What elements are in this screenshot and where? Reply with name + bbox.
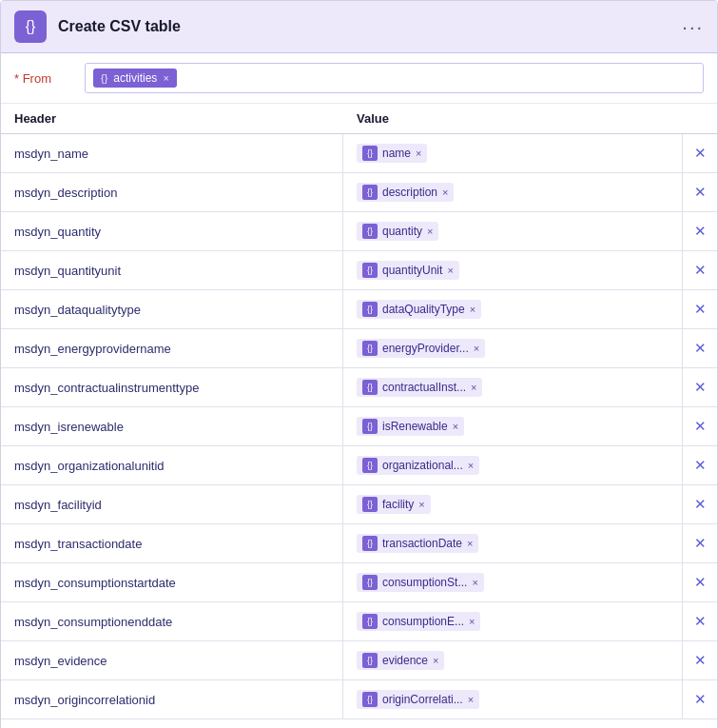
- chip-icon: {}: [362, 536, 378, 551]
- table-row: msdyn_isrenewable{}isRenewable×✕: [1, 407, 717, 446]
- delete-icon: ✕: [694, 457, 707, 474]
- delete-icon: ✕: [694, 652, 707, 669]
- header-cell-text: msdyn_transactiondate: [14, 537, 142, 551]
- more-options-button[interactable]: ···: [682, 16, 704, 38]
- header-cell: msdyn_description: [1, 173, 343, 211]
- table-row: msdyn_origincorrelationid{}originCorrela…: [1, 680, 717, 719]
- table-body: msdyn_name{}name×✕msdyn_description{}des…: [1, 134, 717, 719]
- delete-icon: ✕: [694, 691, 707, 708]
- delete-row-button[interactable]: ✕: [683, 332, 717, 364]
- delete-row-button[interactable]: ✕: [683, 293, 717, 325]
- header-cell: msdyn_energyprovidername: [1, 329, 343, 367]
- chip-close-button[interactable]: ×: [433, 655, 438, 666]
- delete-row-button[interactable]: ✕: [683, 137, 717, 169]
- page-title: Create CSV table: [58, 18, 181, 35]
- delete-icon: ✕: [694, 418, 707, 435]
- tag-icon: {}: [101, 72, 107, 84]
- delete-icon: ✕: [694, 301, 707, 318]
- table-row: msdyn_facilityid{}facility×✕: [1, 485, 717, 524]
- header-cell: msdyn_consumptionstartdate: [1, 563, 343, 601]
- header-cell-text: msdyn_evidence: [14, 654, 107, 668]
- chip-text: originCorrelati...: [382, 693, 463, 706]
- tag-close-button[interactable]: ×: [163, 72, 168, 84]
- table-header-row: Header Value: [1, 104, 717, 134]
- header-cell: msdyn_origincorrelationid: [1, 680, 343, 718]
- chip-text: energyProvider...: [382, 342, 469, 355]
- chip-close-button[interactable]: ×: [474, 343, 479, 354]
- delete-row-button[interactable]: ✕: [683, 527, 717, 560]
- value-cell: {}name×: [343, 134, 683, 172]
- header-cell: msdyn_evidence: [1, 641, 343, 679]
- chip-icon: {}: [362, 653, 378, 668]
- table-row: msdyn_quantity{}quantity×✕: [1, 212, 717, 251]
- table-row: msdyn_description{}description×✕: [1, 173, 717, 212]
- header-cell: msdyn_name: [1, 134, 343, 172]
- value-cell: {}consumptionE...×: [343, 602, 683, 640]
- from-label: * From: [14, 71, 71, 86]
- tag-text: activities: [113, 71, 157, 85]
- chip-text: quantityUnit: [382, 264, 442, 277]
- delete-row-button[interactable]: ✕: [683, 215, 717, 247]
- chip-text: contractualInst...: [382, 381, 466, 394]
- delete-row-button[interactable]: ✕: [683, 449, 717, 482]
- empty-row: [1, 719, 717, 728]
- delete-row-button[interactable]: ✕: [683, 605, 717, 638]
- delete-row-button[interactable]: ✕: [683, 488, 717, 521]
- chip-text: consumptionSt...: [382, 576, 467, 589]
- delete-icon: ✕: [694, 574, 707, 591]
- header-cell-text: msdyn_quantity: [14, 225, 101, 239]
- table-row: msdyn_evidence{}evidence×✕: [1, 641, 717, 680]
- chip-icon: {}: [362, 497, 378, 512]
- chip-close-button[interactable]: ×: [470, 304, 475, 315]
- header-cell: msdyn_quantityunit: [1, 251, 343, 289]
- chip-close-button[interactable]: ×: [442, 187, 448, 198]
- chip-close-button[interactable]: ×: [416, 148, 421, 159]
- delete-row-button[interactable]: ✕: [683, 410, 717, 443]
- csv-table: Header Value msdyn_name{}name×✕msdyn_des…: [1, 104, 717, 728]
- chip-close-button[interactable]: ×: [469, 616, 475, 627]
- chip-close-button[interactable]: ×: [447, 265, 453, 276]
- chip-close-button[interactable]: ×: [427, 226, 433, 237]
- chip-close-button[interactable]: ×: [418, 499, 424, 510]
- table-row: msdyn_transactiondate{}transactionDate×✕: [1, 524, 717, 563]
- delete-row-button[interactable]: ✕: [683, 254, 717, 286]
- delete-icon: ✕: [694, 535, 707, 552]
- from-input[interactable]: {} activities ×: [85, 63, 704, 93]
- chip-icon: {}: [362, 575, 378, 590]
- chip-icon: {}: [362, 185, 378, 200]
- app-icon: {}: [14, 10, 47, 43]
- activities-tag: {} activities ×: [93, 69, 177, 88]
- delete-row-button[interactable]: ✕: [683, 176, 717, 208]
- value-chip: {}quantityUnit×: [357, 261, 459, 280]
- value-cell: {}contractualInst...×: [343, 368, 683, 406]
- delete-icon: ✕: [694, 613, 707, 630]
- chip-close-button[interactable]: ×: [471, 382, 476, 393]
- chip-text: isRenewable: [382, 420, 448, 433]
- chip-close-button[interactable]: ×: [453, 421, 458, 432]
- delete-icon: ✕: [694, 262, 707, 279]
- value-chip: {}isRenewable×: [357, 417, 464, 436]
- delete-row-button[interactable]: ✕: [683, 683, 717, 716]
- value-chip: {}facility×: [357, 495, 431, 514]
- value-chip: {}evidence×: [357, 651, 444, 670]
- chip-text: transactionDate: [382, 537, 462, 550]
- header-left: {} Create CSV table: [14, 10, 181, 43]
- table-row: msdyn_contractualinstrumenttype{}contrac…: [1, 368, 717, 407]
- value-cell: {}transactionDate×: [343, 524, 683, 562]
- chip-close-button[interactable]: ×: [472, 577, 477, 588]
- delete-row-button[interactable]: ✕: [683, 566, 717, 599]
- value-cell: {}organizational...×: [343, 446, 683, 484]
- chip-close-button[interactable]: ×: [468, 694, 474, 705]
- value-cell: {}dataQualityType×: [343, 290, 683, 328]
- delete-row-button[interactable]: ✕: [683, 644, 717, 677]
- delete-row-button[interactable]: ✕: [683, 371, 717, 403]
- chip-close-button[interactable]: ×: [468, 460, 474, 471]
- value-cell: {}originCorrelati...×: [343, 680, 683, 718]
- value-chip: {}consumptionSt...×: [357, 573, 484, 592]
- header-cell-text: msdyn_dataqualitytype: [14, 303, 141, 317]
- delete-icon: ✕: [694, 223, 707, 240]
- chip-close-button[interactable]: ×: [467, 538, 473, 549]
- header-cell: msdyn_isrenewable: [1, 407, 343, 445]
- chip-text: consumptionE...: [382, 615, 464, 628]
- delete-icon: ✕: [694, 379, 707, 396]
